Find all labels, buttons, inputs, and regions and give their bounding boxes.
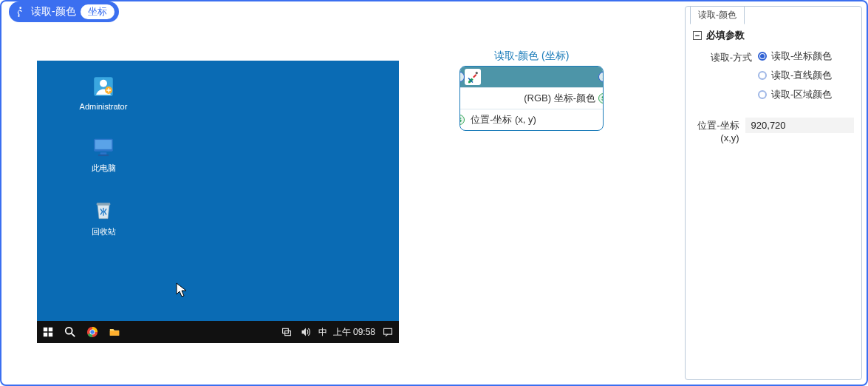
row-read-method: 读取-方式 读取-坐标颜色 读取-直线颜色 读取-区域颜色 [693, 50, 854, 101]
radio-label: 读取-坐标颜色 [771, 50, 832, 63]
monitor-icon [90, 135, 117, 160]
collapse-icon: − [693, 31, 702, 40]
group-title: 必填参数 [706, 29, 745, 42]
eyedropper-icon [465, 69, 481, 85]
header-title: 读取-颜色 [31, 5, 76, 18]
desktop-preview: Administrator 此电脑 回收站 [37, 61, 399, 343]
exec-out-port[interactable]: › [598, 72, 604, 82]
svg-rect-5 [95, 140, 112, 149]
node-output-rgb: (RGB) 坐标-颜色 S [460, 87, 603, 109]
row-position: 位置-坐标(x,y) [693, 118, 854, 143]
radio-label: 读取-直线颜色 [771, 69, 832, 82]
node-output-rgb-label: (RGB) 坐标-颜色 [524, 92, 595, 104]
svg-rect-8 [97, 203, 111, 205]
app-frame: 读取-颜色 坐标 Administrator 此电脑 回收 [0, 0, 868, 386]
desktop-icon-administrator[interactable]: Administrator [74, 74, 133, 111]
walk-icon [13, 5, 27, 18]
svg-point-2 [100, 80, 107, 87]
position-label: 位置-坐标(x,y) [693, 118, 745, 143]
clock: 上午 09:58 [333, 326, 375, 339]
pos-in-port[interactable]: S [459, 115, 465, 125]
explorer-icon[interactable] [108, 325, 121, 339]
desktop-icon-recyclebin[interactable]: 回收站 [74, 198, 133, 237]
svg-rect-21 [475, 72, 478, 75]
node-read-color[interactable]: 读取-颜色 (坐标) › › (RGB) 坐标-颜色 S S 位置-坐标 (x,… [459, 50, 604, 131]
group-required-params[interactable]: − 必填参数 [693, 29, 854, 42]
properties-panel: 读取-颜色 − 必填参数 读取-方式 读取-坐标颜色 读取-直线颜色 [685, 6, 862, 380]
header-tab[interactable]: 读取-颜色 坐标 [9, 1, 119, 22]
svg-rect-6 [100, 152, 107, 155]
radio-dot-icon [758, 90, 767, 99]
ime-indicator: 中 [318, 326, 327, 339]
desktop-icon-label: 回收站 [74, 226, 133, 237]
node-input-position-label: 位置-坐标 (x, y) [471, 114, 536, 125]
radio-line-color[interactable]: 读取-直线颜色 [758, 69, 832, 82]
system-tray[interactable]: 中 上午 09:58 [280, 325, 394, 339]
svg-point-16 [90, 330, 94, 333]
node-header[interactable]: › › [460, 67, 603, 87]
volume-icon [299, 325, 312, 339]
rgb-out-port[interactable]: S [598, 93, 604, 104]
search-icon[interactable] [64, 325, 77, 339]
exec-in-port[interactable]: › [459, 72, 465, 82]
position-input[interactable] [745, 118, 854, 133]
radio-area-color[interactable]: 读取-区域颜色 [758, 88, 832, 101]
user-icon [90, 74, 117, 99]
header-pill: 坐标 [81, 4, 115, 19]
panel-tab[interactable]: 读取-颜色 [690, 6, 745, 24]
svg-rect-12 [49, 333, 52, 336]
desktop-icon-label: Administrator [74, 102, 133, 111]
taskbar: 中 上午 09:58 [37, 321, 399, 343]
chrome-icon[interactable] [86, 325, 99, 339]
desktop-icon-thispc[interactable]: 此电脑 [74, 135, 133, 174]
radio-coord-color[interactable]: 读取-坐标颜色 [758, 50, 832, 63]
svg-rect-9 [44, 328, 47, 331]
svg-rect-17 [110, 331, 119, 335]
svg-rect-10 [49, 328, 52, 331]
network-icon [280, 325, 293, 339]
svg-rect-11 [44, 333, 47, 336]
desktop-icon-label: 此电脑 [74, 163, 133, 174]
svg-point-13 [66, 328, 72, 334]
radio-label: 读取-区域颜色 [771, 88, 832, 101]
node-input-position: S 位置-坐标 (x, y) [460, 109, 603, 130]
start-icon[interactable] [41, 325, 55, 339]
method-label: 读取-方式 [693, 50, 758, 64]
svg-rect-20 [384, 328, 392, 334]
node-title: 读取-颜色 (坐标) [459, 50, 604, 63]
radio-dot-icon [758, 52, 767, 61]
notifications-icon [381, 325, 394, 339]
cursor-icon [176, 282, 188, 299]
radio-dot-icon [758, 71, 767, 80]
svg-rect-7 [98, 155, 109, 156]
canvas[interactable]: Administrator 此电脑 回收站 [1, 24, 683, 385]
trash-icon [90, 198, 117, 223]
node-body: › › (RGB) 坐标-颜色 S S 位置-坐标 (x, y) [459, 66, 604, 131]
svg-point-0 [19, 7, 21, 9]
